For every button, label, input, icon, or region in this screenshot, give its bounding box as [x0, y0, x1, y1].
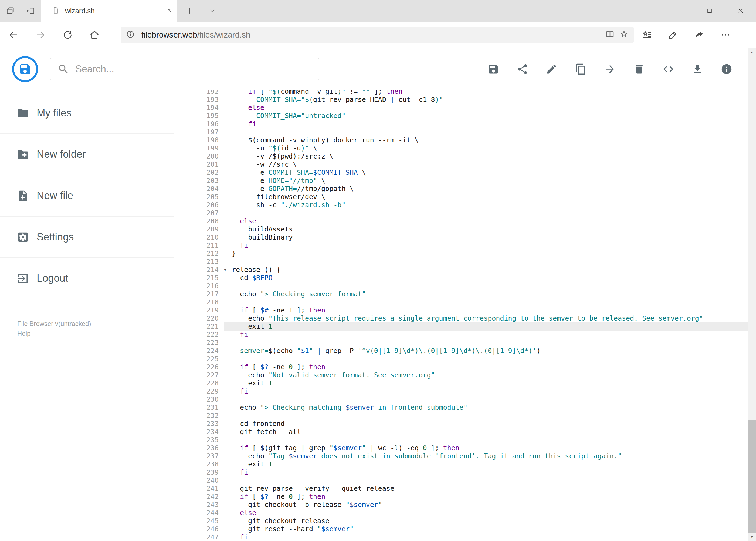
browser-tab[interactable]: wizard.sh	[41, 0, 177, 22]
source-view-button[interactable]	[654, 55, 683, 84]
code-editor[interactable]: 192 if [ "$(command -v git)" != "" ]; th…	[174, 91, 756, 541]
code-line[interactable]: 200 -v /$(pwd):/src:z \	[174, 152, 756, 161]
minimize-button[interactable]	[663, 0, 694, 22]
close-window-button[interactable]	[725, 0, 756, 22]
set-tabs-aside-icon[interactable]	[21, 0, 41, 22]
code-line[interactable]: 233 cd frontend	[174, 420, 756, 428]
search-input[interactable]	[75, 64, 312, 75]
code-line[interactable]: 193 COMMIT_SHA="$(git rev-parse HEAD | c…	[174, 96, 756, 104]
code-line[interactable]: 213	[174, 258, 756, 266]
copy-button[interactable]	[566, 55, 596, 84]
code-line[interactable]: 237 echo "Tag $semver does not exist in …	[174, 452, 756, 460]
code-line[interactable]: 239 fi	[174, 468, 756, 476]
forward-button[interactable]	[27, 22, 54, 48]
new-tab-icon[interactable]	[177, 0, 202, 22]
code-line[interactable]: 241 git rev-parse --verify --quiet relea…	[174, 485, 756, 493]
code-line[interactable]: 236 if [ $(git tag | grep "$semver" | wc…	[174, 444, 756, 452]
sidebar-item-my-files[interactable]: My files	[0, 93, 174, 134]
code-line[interactable]: 242 if [ $? -ne 0 ]; then	[174, 493, 756, 501]
code-line[interactable]: 212}	[174, 250, 756, 258]
code-line[interactable]: 223	[174, 339, 756, 347]
share-button[interactable]	[508, 55, 537, 84]
code-line[interactable]: 224 semver=$(echo "$1" | grep -P '^v(0|[…	[174, 347, 756, 355]
tabs-aside-list-icon[interactable]	[0, 0, 21, 22]
code-line[interactable]: 196 fi	[174, 120, 756, 128]
refresh-button[interactable]	[54, 22, 81, 48]
code-line[interactable]: 238 exit 1	[174, 460, 756, 468]
search-box[interactable]	[50, 58, 319, 81]
code-line[interactable]: 216	[174, 282, 756, 290]
code-line[interactable]: 217 echo "> Checking semver format"	[174, 290, 756, 298]
code-line[interactable]: 219 if [ $# -ne 1 ]; then	[174, 306, 756, 314]
help-link[interactable]: Help	[17, 329, 91, 338]
ink-pen-icon[interactable]	[660, 22, 686, 48]
code-line[interactable]: 195 COMMIT_SHA="untracked"	[174, 112, 756, 120]
code-line[interactable]: 199 -u "$(id -u)" \	[174, 144, 756, 152]
code-line[interactable]: 211 fi	[174, 242, 756, 250]
move-button[interactable]	[596, 55, 625, 84]
code-line[interactable]: 245 git checkout release	[174, 517, 756, 525]
sidebar-item-new-file[interactable]: New file	[0, 175, 174, 217]
more-options-icon[interactable]	[712, 22, 738, 48]
close-tab-icon[interactable]	[166, 7, 173, 15]
code-line[interactable]: 203 -e HOME="//tmp" \	[174, 177, 756, 185]
code-line[interactable]: 228 exit 1	[174, 379, 756, 387]
favorite-star-icon[interactable]	[619, 29, 629, 40]
code-line[interactable]: 192 if [ "$(command -v git)" != "" ]; th…	[174, 91, 756, 96]
code-line[interactable]: 210 buildBinary	[174, 234, 756, 242]
code-line[interactable]: 207	[174, 209, 756, 217]
maximize-button[interactable]	[694, 0, 725, 22]
code-line[interactable]: 232	[174, 412, 756, 420]
home-button[interactable]	[81, 22, 108, 48]
code-line[interactable]: 234 git fetch --all	[174, 428, 756, 436]
code-line[interactable]: 198 $(command -v winpty) docker run --rm…	[174, 136, 756, 144]
code-line[interactable]: 205 filebrowser/dev \	[174, 193, 756, 201]
code-line[interactable]: 222 fi	[174, 330, 756, 339]
vertical-scrollbar[interactable]: ▲ ▼	[748, 48, 756, 541]
code-line[interactable]: 202 -e COMMIT_SHA=$COMMIT_SHA \	[174, 169, 756, 177]
code-line[interactable]: 206 sh -c "./wizard.sh -b"	[174, 201, 756, 209]
code-line[interactable]: 208 else	[174, 217, 756, 225]
sidebar-item-new-folder[interactable]: New folder	[0, 134, 174, 175]
code-line[interactable]: 218	[174, 298, 756, 306]
sidebar-item-settings[interactable]: Settings	[0, 217, 174, 258]
url-field[interactable]: filebrowser.web/files/wizard.sh	[121, 27, 634, 43]
code-line[interactable]: 231 echo "> Checking matching $semver in…	[174, 403, 756, 412]
back-button[interactable]	[0, 22, 27, 48]
tab-dropdown-icon[interactable]	[202, 0, 223, 22]
code-line[interactable]: 244 else	[174, 509, 756, 517]
code-line[interactable]: 247 fi	[174, 533, 756, 541]
code-line[interactable]: 229 fi	[174, 387, 756, 395]
info-button[interactable]	[712, 55, 741, 84]
code-line[interactable]: 214▾release () {	[174, 266, 756, 274]
scrollbar-thumb[interactable]	[748, 420, 756, 533]
delete-button[interactable]	[625, 55, 654, 84]
code-line[interactable]: 226 if [ $? -ne 0 ]; then	[174, 363, 756, 371]
code-line[interactable]: 235	[174, 436, 756, 444]
code-line[interactable]: 209 buildAssets	[174, 225, 756, 234]
code-line[interactable]: 215 cd $REPO	[174, 274, 756, 282]
code-line[interactable]: 197	[174, 128, 756, 136]
code-line[interactable]: 230	[174, 395, 756, 403]
code-line[interactable]: 227 echo "Not valid semver format. See s…	[174, 371, 756, 379]
code-line[interactable]: 225	[174, 355, 756, 363]
fold-arrow-icon[interactable]: ▾	[224, 266, 227, 273]
code-line[interactable]: 221 exit 1	[174, 322, 756, 330]
code-line[interactable]: 243 git checkout -b release "$semver"	[174, 501, 756, 509]
code-line[interactable]: 220 echo "This release script requires a…	[174, 314, 756, 322]
rename-button[interactable]	[537, 55, 566, 84]
share-icon[interactable]	[686, 22, 712, 48]
scroll-down-icon[interactable]: ▼	[748, 533, 756, 541]
scroll-up-icon[interactable]: ▲	[748, 48, 756, 56]
code-line[interactable]: 204 -e GOPATH=//tmp/gopath \	[174, 185, 756, 193]
site-info-icon[interactable]	[126, 30, 135, 40]
save-button[interactable]	[479, 55, 508, 84]
code-line[interactable]: 201 -w //src \	[174, 161, 756, 169]
favorites-hub-icon[interactable]	[634, 22, 660, 48]
sidebar-item-logout[interactable]: Logout	[0, 258, 174, 299]
code-line[interactable]: 194 else	[174, 104, 756, 112]
reading-view-icon[interactable]	[605, 29, 615, 40]
download-button[interactable]	[683, 55, 712, 84]
code-line[interactable]: 240	[174, 476, 756, 485]
code-line[interactable]: 246 git reset --hard "$semver"	[174, 525, 756, 533]
